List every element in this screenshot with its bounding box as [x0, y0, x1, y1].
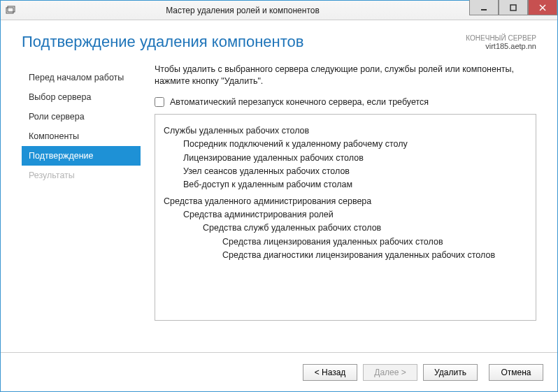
auto-restart-label: Автоматический перезапуск конечного серв…: [170, 97, 429, 107]
footer: < Назад Далее > Удалить Отмена: [1, 352, 557, 391]
nav-item-1[interactable]: Выбор сервера: [22, 87, 141, 107]
wizard-window: Мастер удаления ролей и компонентов Подт…: [0, 0, 558, 392]
minimize-button[interactable]: [469, 0, 499, 15]
main-panel: Чтобы удалить с выбранного сервера следу…: [141, 64, 536, 352]
app-icon: [5, 5, 16, 16]
tree-item: Средства удаленного администрирования се…: [164, 195, 527, 208]
window-buttons: [469, 1, 557, 20]
wizard-nav: Перед началом работыВыбор сервераРоли се…: [22, 64, 141, 352]
remove-button[interactable]: Удалить: [423, 364, 478, 381]
svg-rect-3: [510, 5, 516, 10]
titlebar[interactable]: Мастер удаления ролей и компонентов: [1, 1, 557, 20]
tree-item: Средства администрирования ролей: [183, 208, 527, 222]
server-label: КОНЕЧНЫЙ СЕРВЕР: [466, 34, 536, 42]
back-button[interactable]: < Назад: [303, 364, 357, 381]
auto-restart-checkbox[interactable]: [155, 97, 164, 107]
cancel-button[interactable]: Отмена: [489, 364, 543, 381]
tree-item: Средства служб удаленных рабочих столов: [203, 222, 527, 235]
nav-item-4[interactable]: Подтверждение: [22, 146, 141, 166]
tree-item: Средства диагностики лицензирования удал…: [222, 249, 527, 262]
tree-item: Узел сеансов удаленных рабочих столов: [183, 165, 527, 178]
nav-item-5: Результаты: [22, 166, 141, 185]
components-tree: Службы удаленных рабочих столовПосредник…: [155, 114, 536, 321]
nav-item-0[interactable]: Перед началом работы: [22, 68, 141, 87]
maximize-button[interactable]: [499, 0, 528, 15]
page-title: Подтверждение удаления компонентов: [22, 33, 304, 51]
content-area: Подтверждение удаления компонентов КОНЕЧ…: [1, 20, 557, 391]
destination-server: КОНЕЧНЫЙ СЕРВЕР virt185.aetp.nn: [466, 34, 536, 50]
header-row: Подтверждение удаления компонентов КОНЕЧ…: [1, 20, 557, 51]
next-button: Далее >: [363, 364, 417, 381]
tree-item: Лицензирование удаленных рабочих столов: [183, 152, 527, 165]
tree-item: Веб-доступ к удаленным рабочим столам: [183, 178, 527, 191]
tree-item: Средства лицензирования удаленных рабочи…: [222, 235, 527, 249]
nav-item-3[interactable]: Компоненты: [22, 126, 141, 146]
server-name: virt185.aetp.nn: [485, 42, 536, 50]
close-button[interactable]: [528, 0, 557, 15]
auto-restart-row[interactable]: Автоматический перезапуск конечного серв…: [155, 97, 536, 107]
intro-text: Чтобы удалить с выбранного сервера следу…: [155, 64, 536, 87]
tree-item: Службы удаленных рабочих столов: [164, 124, 527, 138]
nav-item-2[interactable]: Роли сервера: [22, 107, 141, 126]
window-title: Мастер удаления ролей и компонентов: [16, 6, 469, 15]
body-row: Перед началом работыВыбор сервераРоли се…: [1, 51, 557, 352]
tree-item: Посредник подключений к удаленному рабоч…: [183, 138, 527, 151]
